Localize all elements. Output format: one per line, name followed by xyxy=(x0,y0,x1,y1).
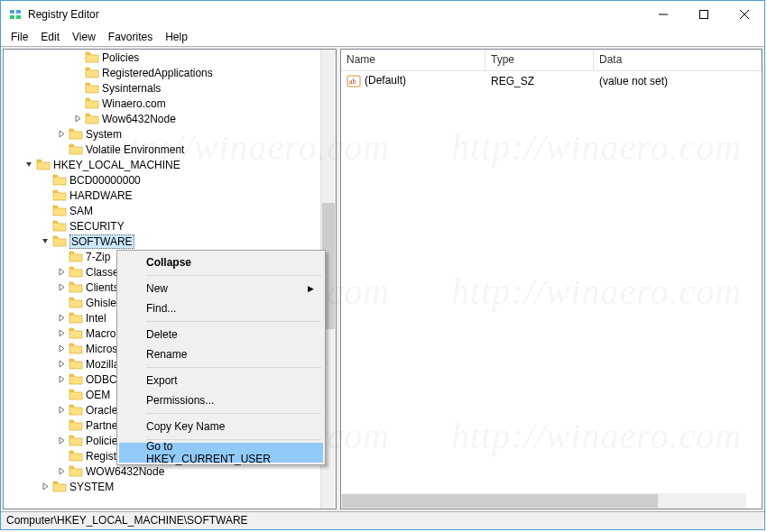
menu-edit[interactable]: Edit xyxy=(34,29,66,45)
tree-item[interactable]: BCD00000000 xyxy=(4,172,336,188)
svg-rect-1 xyxy=(16,10,21,14)
tree-item-label: OEM xyxy=(86,389,110,401)
tree-item[interactable]: SOFTWARE xyxy=(4,234,336,249)
ctx-copy-key[interactable]: Copy Key Name xyxy=(119,417,323,436)
tree-item-label: Volatile Environment xyxy=(86,143,184,156)
chevron-down-icon[interactable] xyxy=(23,160,34,170)
folder-icon xyxy=(85,51,99,64)
tree-item-label: RegisteredApplications xyxy=(102,67,213,79)
list-pane: Name Type Data ab(Default)REG_SZ(value n… xyxy=(340,49,762,509)
folder-icon xyxy=(36,159,51,171)
column-name[interactable]: Name xyxy=(341,50,485,70)
tree-item-label: Wow6432Node xyxy=(102,113,176,125)
ctx-collapse[interactable]: Collapse xyxy=(119,252,323,272)
close-button[interactable] xyxy=(724,1,764,27)
folder-icon xyxy=(52,481,67,493)
svg-rect-5 xyxy=(699,10,707,18)
column-type[interactable]: Type xyxy=(485,50,594,70)
chevron-right-icon[interactable] xyxy=(72,114,83,124)
chevron-right-icon[interactable] xyxy=(56,436,67,446)
folder-icon xyxy=(69,450,83,463)
tree-item[interactable]: WOW6432Node xyxy=(4,463,336,479)
ctx-permissions[interactable]: Permissions... xyxy=(119,390,323,410)
folder-icon xyxy=(85,97,99,110)
tree-item[interactable]: HARDWARE xyxy=(4,188,336,203)
ctx-new[interactable]: New ▶ xyxy=(119,279,323,298)
tree-item-label: SOFTWARE xyxy=(69,234,134,249)
chevron-down-icon[interactable] xyxy=(40,236,51,247)
tree-item-label: Mozilla xyxy=(86,358,119,371)
folder-icon xyxy=(69,128,83,141)
string-value-icon: ab xyxy=(347,74,361,88)
window-title: Registry Editor xyxy=(28,8,99,21)
tree-item[interactable]: Wow6432Node xyxy=(4,111,336,126)
tree-item-label: HARDWARE xyxy=(69,189,133,202)
tree-item[interactable]: SECURITY xyxy=(4,218,336,234)
chevron-right-icon[interactable] xyxy=(56,313,67,324)
ctx-separator xyxy=(146,321,321,322)
list-header: Name Type Data xyxy=(341,50,762,71)
ctx-new-label: New xyxy=(146,282,168,295)
tree-item-label: Intel xyxy=(86,312,106,325)
ctx-rename[interactable]: Rename xyxy=(119,344,323,364)
folder-icon xyxy=(52,235,67,248)
chevron-right-icon[interactable] xyxy=(56,374,67,385)
menu-view[interactable]: View xyxy=(66,29,102,45)
menu-file[interactable]: File xyxy=(5,29,34,45)
chevron-right-icon[interactable] xyxy=(56,328,67,339)
svg-rect-0 xyxy=(10,10,14,14)
chevron-right-icon[interactable] xyxy=(56,282,67,293)
ctx-delete[interactable]: Delete xyxy=(119,325,323,344)
cell-name: (Default) xyxy=(365,74,406,87)
tree-item-label: Clients xyxy=(86,281,119,294)
tree-item[interactable]: Policies xyxy=(4,50,336,65)
chevron-right-icon[interactable] xyxy=(56,405,67,416)
folder-icon xyxy=(69,389,83,401)
ctx-export[interactable]: Export xyxy=(119,371,323,390)
tree-item[interactable]: Winaero.com xyxy=(4,96,336,111)
tree-item[interactable]: System xyxy=(4,126,336,142)
svg-rect-2 xyxy=(10,15,14,19)
folder-icon xyxy=(69,143,83,156)
list-row[interactable]: ab(Default)REG_SZ(value not set) xyxy=(341,73,762,88)
folder-icon xyxy=(52,220,67,233)
folder-icon xyxy=(52,205,67,217)
tree-item[interactable]: SAM xyxy=(4,203,336,218)
tree-item[interactable]: Sysinternals xyxy=(4,80,336,96)
tree-item[interactable]: Volatile Environment xyxy=(4,142,336,157)
ctx-separator xyxy=(146,275,321,276)
tree-item-label: HKEY_LOCAL_MACHINE xyxy=(53,159,180,171)
chevron-right-icon[interactable] xyxy=(56,267,67,278)
chevron-right-icon[interactable] xyxy=(56,359,67,370)
chevron-right-icon[interactable] xyxy=(40,482,51,492)
tree-item[interactable]: RegisteredApplications xyxy=(4,65,336,80)
ctx-goto[interactable]: Go to HKEY_CURRENT_USER xyxy=(119,443,323,463)
folder-icon xyxy=(69,312,83,325)
folder-icon xyxy=(85,67,99,79)
ctx-separator xyxy=(146,413,321,414)
list-body[interactable]: ab(Default)REG_SZ(value not set) xyxy=(341,71,762,509)
content: PoliciesRegisteredApplicationsSysinterna… xyxy=(1,46,764,511)
folder-icon xyxy=(69,266,83,279)
minimize-button[interactable] xyxy=(642,1,683,27)
chevron-right-icon[interactable] xyxy=(56,129,67,140)
folder-icon xyxy=(69,373,83,386)
folder-icon xyxy=(69,281,83,294)
chevron-right-icon[interactable] xyxy=(56,466,67,477)
tree-item-label: WOW6432Node xyxy=(86,465,164,478)
horizontal-scrollbar[interactable] xyxy=(341,493,746,509)
ctx-find[interactable]: Find... xyxy=(119,298,323,318)
tree-item-label: Oracle xyxy=(86,404,117,417)
menu-help[interactable]: Help xyxy=(159,29,194,45)
tree-item-label: SYSTEM xyxy=(69,481,114,493)
tree-item-label: BCD00000000 xyxy=(69,174,141,187)
tree-item[interactable]: HKEY_LOCAL_MACHINE xyxy=(4,157,336,172)
scrollbar-thumb[interactable] xyxy=(342,494,658,508)
menu-favorites[interactable]: Favorites xyxy=(102,29,159,45)
column-data[interactable]: Data xyxy=(594,50,762,70)
chevron-right-icon[interactable] xyxy=(56,344,67,354)
status-path: Computer\HKEY_LOCAL_MACHINE\SOFTWARE xyxy=(6,514,248,527)
tree-item[interactable]: SYSTEM xyxy=(4,479,336,494)
maximize-button[interactable] xyxy=(683,1,724,27)
folder-icon xyxy=(69,404,83,417)
